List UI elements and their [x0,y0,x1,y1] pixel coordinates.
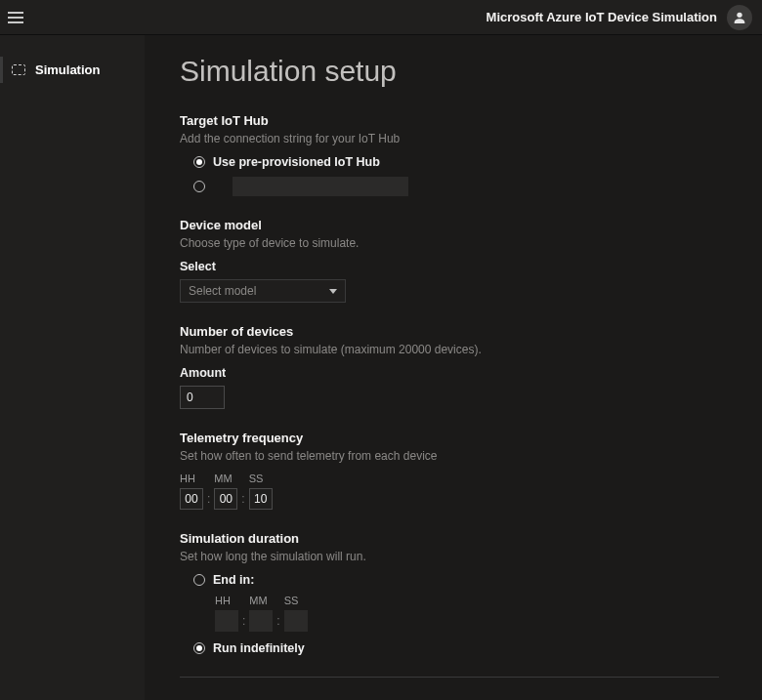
duration-ss-label: SS [284,595,308,606]
main-content: Simulation setup Target IoT Hub Add the … [145,35,762,700]
section-telemetry: Telemetry frequency Set how often to sen… [180,431,719,510]
sidebar: Simulation [0,35,145,700]
radio-end-in[interactable] [193,574,205,586]
svg-point-0 [737,12,741,17]
sidebar-item-simulation[interactable]: Simulation [0,57,145,83]
telemetry-title: Telemetry frequency [180,431,719,445]
target-hub-subtitle: Add the connection string for your IoT H… [180,132,719,145]
duration-hh-input[interactable] [215,610,238,632]
duration-hh-label: HH [215,595,238,606]
page-title: Simulation setup [180,55,719,88]
radio-preprovisioned-label: Use pre-provisioned IoT Hub [213,155,380,169]
device-model-subtitle: Choose type of device to simulate. [180,236,719,250]
section-target-hub: Target IoT Hub Add the connection string… [180,113,719,196]
duration-subtitle: Set how long the simulation will run. [180,550,719,563]
num-devices-title: Number of devices [180,324,719,339]
radio-custom-connection[interactable] [193,181,205,192]
device-model-select[interactable]: Select model [180,279,346,303]
telemetry-subtitle: Set how often to send telemetry from eac… [180,449,719,463]
telemetry-hh-input[interactable] [180,488,203,510]
radio-run-indefinitely[interactable] [193,642,205,654]
num-devices-subtitle: Number of devices to simulate (maximum 2… [180,343,719,356]
divider [180,677,719,678]
radio-run-indefinitely-label: Run indefinitely [213,641,305,655]
radio-preprovisioned[interactable] [193,156,205,168]
app-header: Microsoft Azure IoT Device Simulation [0,0,762,35]
hamburger-icon[interactable] [8,11,25,24]
section-num-devices: Number of devices Number of devices to s… [180,324,719,409]
sidebar-item-label: Simulation [35,62,100,77]
section-device-model: Device model Choose type of device to si… [180,218,719,303]
device-model-select-label: Select [180,260,719,273]
duration-ss-input[interactable] [284,610,308,632]
target-hub-title: Target IoT Hub [180,113,719,128]
chevron-down-icon [329,289,337,294]
user-avatar[interactable] [727,5,752,30]
app-title: Microsoft Azure IoT Device Simulation [487,10,717,24]
duration-mm-label: MM [249,595,273,606]
duration-title: Simulation duration [180,531,719,546]
simulation-icon [12,64,25,75]
amount-label: Amount [180,366,719,380]
duration-mm-input[interactable] [249,610,273,632]
radio-end-in-label: End in: [213,573,254,587]
telemetry-mm-label: MM [214,473,237,484]
amount-input[interactable] [180,386,225,409]
device-model-title: Device model [180,218,719,232]
section-duration: Simulation duration Set how long the sim… [180,531,719,655]
connection-string-input[interactable] [233,177,408,196]
telemetry-ss-input[interactable] [249,488,273,510]
telemetry-mm-input[interactable] [214,488,237,510]
telemetry-hh-label: HH [180,473,203,484]
device-model-placeholder: Select model [189,284,256,298]
user-icon [732,10,747,25]
telemetry-ss-label: SS [249,473,273,484]
